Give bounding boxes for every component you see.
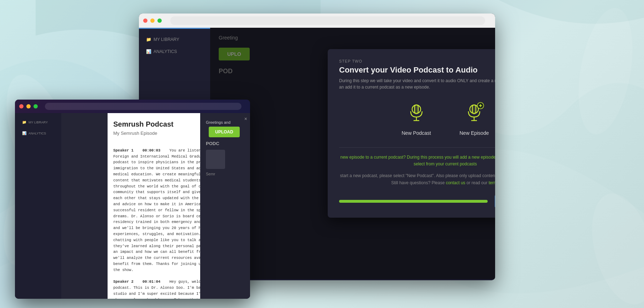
- dialog-divider: [339, 147, 495, 148]
- second-upload-button[interactable]: UPLOAD: [209, 127, 240, 137]
- podcast-select-text-content: new episode to a current podcast? During…: [340, 155, 495, 166]
- semrush-label: Semr: [203, 169, 247, 176]
- microphone-icon: [405, 101, 428, 124]
- contact-us-link[interactable]: contact us: [446, 180, 466, 185]
- dialog-title: Convert your Video Podcast to Audio: [339, 65, 495, 75]
- still-questions-text: Still have questions? Please: [391, 180, 445, 185]
- podcast-thumbnail: [206, 150, 225, 169]
- svg-rect-8: [415, 105, 418, 115]
- new-episode-link[interactable]: new episode to a current podcast? During…: [340, 155, 495, 166]
- main-content-area: Greeting UPLO POD × STEP TWO Convert you…: [210, 28, 495, 279]
- second-sidebar-item-2[interactable]: 📊 ANALYTICS: [15, 128, 61, 139]
- sidebar-library-label: MY LIBRARY: [154, 37, 179, 42]
- second-tl-yellow[interactable]: [26, 104, 31, 108]
- second-pods-label: PODC: [203, 137, 247, 150]
- new-episode-option[interactable]: New Episode: [459, 100, 489, 136]
- sidebar-item-mylibrary[interactable]: 📁 MY LIBRARY: [139, 33, 210, 46]
- traffic-light-green[interactable]: [157, 18, 162, 23]
- step-label: STEP TWO: [339, 59, 495, 63]
- second-analytics-icon: 📊: [22, 131, 26, 135]
- new-podcast-icon-container: [404, 100, 429, 125]
- second-sidebar-item-1[interactable]: 📁 MY LIBRARY: [15, 117, 61, 128]
- library-icon: 📁: [146, 37, 151, 42]
- sidebar-analytics-label: ANALYTICS: [154, 49, 177, 54]
- new-podcast-text-start: start a new podcast, please select "New …: [340, 173, 495, 178]
- dialog-footer: NEXT DONE: [339, 195, 495, 208]
- second-library-icon: 📁: [22, 120, 26, 124]
- second-browser-content: 📁 MY LIBRARY 📊 ANALYTICS Semrush Podcast…: [15, 113, 250, 299]
- terms-link[interactable]: terms: [489, 180, 495, 185]
- second-greeting: Greetings and: [203, 117, 247, 127]
- podcast-options-row: New Podcast: [339, 100, 495, 136]
- podcast-card: [206, 150, 244, 169]
- new-podcast-info-text: start a new podcast, please select "New …: [339, 172, 495, 186]
- traffic-light-red[interactable]: [143, 18, 147, 23]
- sidebar-item-analytics[interactable]: 📊 ANALYTICS: [139, 46, 210, 58]
- microphone-plus-icon: [463, 101, 485, 124]
- progress-bar: [339, 200, 488, 203]
- dialog-description: During this step we will take your video…: [339, 78, 495, 90]
- new-podcast-option[interactable]: New Podcast: [402, 100, 431, 136]
- podcast-select-text: new episode to a current podcast? During…: [339, 154, 495, 168]
- second-browser-titlebar: [15, 100, 250, 113]
- dialog-overlay: × STEP TWO Convert your Video Podcast to…: [210, 28, 495, 279]
- step-two-dialog: × STEP TWO Convert your Video Podcast to…: [328, 49, 495, 218]
- address-bar[interactable]: [170, 16, 485, 25]
- second-address-bar[interactable]: [45, 103, 242, 110]
- second-tl-red[interactable]: [19, 104, 24, 108]
- second-main-area: Semrush Podcast My Semrush Episode Speak…: [61, 113, 250, 299]
- new-podcast-label: New Podcast: [402, 130, 431, 136]
- svg-point-3: [581, 187, 644, 308]
- right-strip: Greetings and UPLOAD PODC Semr: [200, 113, 250, 299]
- new-episode-label: New Episode: [459, 130, 489, 136]
- second-sidebar: 📁 MY LIBRARY 📊 ANALYTICS: [15, 113, 61, 299]
- analytics-icon: 📊: [146, 49, 151, 54]
- new-episode-icon-container: [462, 100, 487, 125]
- traffic-light-yellow[interactable]: [150, 18, 155, 23]
- second-tl-green[interactable]: [33, 104, 38, 108]
- svg-rect-13: [473, 105, 476, 115]
- svg-point-2: [570, 4, 641, 139]
- next-button[interactable]: NEXT: [495, 195, 495, 208]
- main-browser-titlebar: [139, 14, 495, 28]
- second-browser-window: 📁 MY LIBRARY 📊 ANALYTICS Semrush Podcast…: [15, 100, 250, 299]
- transcript-close-button[interactable]: ×: [244, 116, 247, 122]
